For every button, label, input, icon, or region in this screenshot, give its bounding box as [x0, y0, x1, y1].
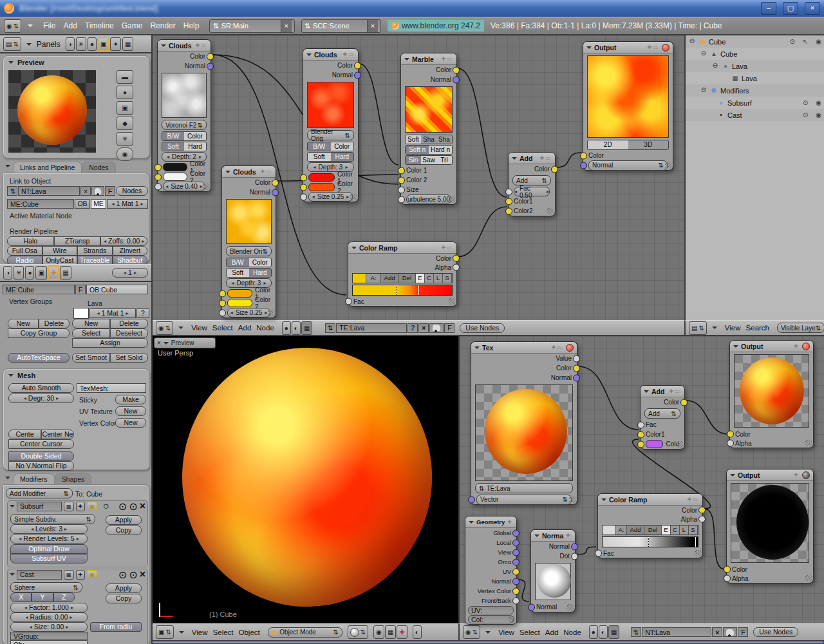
interp-l-button[interactable]: L	[680, 526, 689, 535]
window-type-icon[interactable]: ◉⇅	[4, 19, 21, 33]
menu-item[interactable]: View	[189, 628, 211, 637]
outliner-row-subsurf[interactable]: ● Subsurf ⊙◉	[686, 97, 824, 109]
minimize-button[interactable]: –	[761, 2, 776, 15]
color1-swatch[interactable]	[163, 163, 187, 171]
socket-out[interactable]	[512, 597, 520, 604]
panel-collapse-icon[interactable]	[8, 374, 14, 379]
nodetree-name-field[interactable]: NT:Lava	[642, 627, 711, 637]
texture-datablock-dropdown[interactable]: ⇅TE:Lava	[475, 483, 573, 493]
tab-links-and-pipeline[interactable]: Links and Pipeline	[13, 162, 82, 173]
subsurf-apply-button[interactable]: Apply	[106, 515, 142, 525]
cast-x-toggle[interactable]: X	[10, 592, 32, 602]
interp-e-button[interactable]: E	[662, 526, 671, 535]
ramp-add-button[interactable]: Add	[627, 526, 644, 535]
socket-color1-in[interactable]	[505, 198, 512, 205]
socket-size-in[interactable]	[300, 193, 307, 200]
color2-swatch[interactable]	[227, 299, 252, 307]
render-preview-icon[interactable]: ◐	[413, 625, 422, 639]
socket-size-in[interactable]	[398, 186, 405, 193]
node-collapse-icon[interactable]	[586, 46, 592, 52]
socket-color1-in[interactable]	[300, 174, 307, 181]
noise-basis-dropdown[interactable]: Voronoi F2⇅	[162, 120, 207, 130]
collapse-arrow-icon[interactable]	[178, 327, 183, 332]
script-icon[interactable]: ✳	[14, 266, 24, 279]
menu-item[interactable]: Node	[561, 628, 584, 637]
zinvert-toggle[interactable]: ZInvert	[113, 246, 148, 256]
select-button[interactable]: Select	[72, 328, 110, 338]
auto-smooth-toggle[interactable]: Auto Smooth	[8, 383, 74, 393]
socket-normal-out[interactable]	[453, 76, 460, 83]
logic-icon[interactable]: ◑	[3, 266, 12, 279]
texmesh-field[interactable]: TexMesh:	[77, 383, 146, 393]
cast-z-toggle[interactable]: Z	[53, 592, 75, 602]
node-output-1[interactable]: Output✚▭ 2D3D Color Normal⇅	[583, 41, 673, 171]
from-radius-toggle[interactable]: From radiu	[90, 622, 142, 632]
subsurf-name-field[interactable]: Subsurf	[17, 502, 62, 511]
editor-type-icon[interactable]: ▣⇅	[156, 625, 174, 639]
collapse-arrow-icon[interactable]	[712, 327, 717, 332]
no-vnormal-flip-toggle[interactable]: No V.Normal Flip	[8, 461, 74, 471]
bw-toggle[interactable]: B/W	[227, 258, 249, 267]
unlink-icon[interactable]: ×	[80, 186, 91, 196]
auto-name-icon[interactable]	[91, 186, 104, 196]
double-sided-toggle[interactable]: Double Sided	[8, 451, 74, 461]
outliner-filter-dropdown[interactable]: Visible Laye⇅	[777, 323, 824, 333]
color-ramp-gradient[interactable]	[602, 536, 698, 547]
close-icon[interactable]: ×	[281, 20, 292, 32]
node-resize-grip[interactable]	[547, 208, 554, 214]
close-icon[interactable]: ×	[157, 339, 161, 346]
node-resize-grip[interactable]	[203, 184, 209, 190]
node-resize-grip[interactable]	[805, 440, 812, 446]
use-nodes-button[interactable]: Use Nodes	[753, 627, 798, 637]
mode-dropdown[interactable]: ▣Object Mode⇅	[268, 627, 342, 638]
node-collapse-icon[interactable]	[534, 535, 539, 540]
material-nodes-icon[interactable]: ●	[589, 625, 598, 639]
cast-size-stepper[interactable]: ◂Size: 0.00▸	[10, 622, 88, 632]
node-marble[interactable]: Marble✚▭ Color Normal SoftShaSha Soft nH…	[400, 53, 457, 205]
node-resize-grip[interactable]	[567, 604, 574, 611]
menu-item[interactable]: Object	[236, 628, 263, 637]
socket-alpha-in[interactable]	[727, 440, 734, 447]
node-geometry[interactable]: Geometry✚ GlobalLocalViewOrcoUVNormalVer…	[465, 516, 517, 625]
ob-toggle[interactable]: OB	[75, 199, 90, 209]
panel-collapse-icon[interactable]	[8, 61, 14, 66]
unlink-icon[interactable]: ×	[712, 627, 722, 637]
fake-user-button[interactable]: F	[738, 627, 748, 637]
socket-color2-in[interactable]	[219, 299, 226, 307]
texture-icon[interactable]: ▦	[122, 37, 133, 51]
world-icon[interactable]: ✦	[110, 37, 120, 51]
marble-sharper-toggle[interactable]: Sha	[436, 135, 452, 144]
socket-normal-out[interactable]	[354, 71, 361, 79]
socket-color-out[interactable]	[698, 507, 706, 514]
node-collapse-icon[interactable]	[225, 171, 230, 176]
material-nodes-icon[interactable]: ●	[282, 321, 291, 335]
socket-color-out[interactable]	[573, 365, 580, 372]
node-resize-grip[interactable]	[268, 310, 274, 316]
interp-e-button[interactable]: E	[416, 274, 425, 283]
sin-toggle[interactable]: Sin	[406, 156, 421, 164]
shading-icon[interactable]: ●	[25, 266, 34, 279]
color2-swatch[interactable]	[163, 173, 187, 181]
node-collapse-icon[interactable]	[306, 53, 312, 59]
editing-icon[interactable]: ✚	[48, 266, 59, 279]
socket-out[interactable]	[512, 549, 520, 556]
preview-hair-icon[interactable]: ✳	[117, 132, 133, 146]
socket-turbulence-in[interactable]	[398, 196, 405, 203]
preview-sphere2-icon[interactable]: ◉	[117, 147, 133, 161]
cursor-icon[interactable]: ↖	[803, 38, 808, 45]
hard-noise-toggle[interactable]: Hard n	[429, 146, 452, 154]
titlebar[interactable]: Blender [/root/Desktop/untitled.blend] –…	[0, 0, 824, 17]
vector-dropdown[interactable]: Vector⇅	[476, 495, 572, 505]
socket-out[interactable]	[512, 539, 520, 546]
menu-item[interactable]: Search	[744, 323, 772, 332]
collapse-icon[interactable]: ⊖	[688, 38, 696, 46]
composite-nodes-icon[interactable]: ◐	[292, 321, 301, 335]
outliner-row-lava-material[interactable]: ⊖ ● Lava	[686, 60, 824, 72]
levels-stepper[interactable]: ◂Levels: 3▸	[10, 524, 88, 534]
full-osa-toggle[interactable]: Full Osa	[7, 246, 42, 256]
preview-flat-icon[interactable]: ▬	[117, 70, 133, 84]
node-clouds-1[interactable]: Clouds✚▭ Color Normal Voronoi F2⇅ B/WCol…	[157, 39, 211, 192]
interp-s-button[interactable]: S	[443, 274, 452, 283]
node-resize-grip[interactable]	[350, 194, 357, 200]
cast-apply-button[interactable]: Apply	[106, 583, 142, 593]
